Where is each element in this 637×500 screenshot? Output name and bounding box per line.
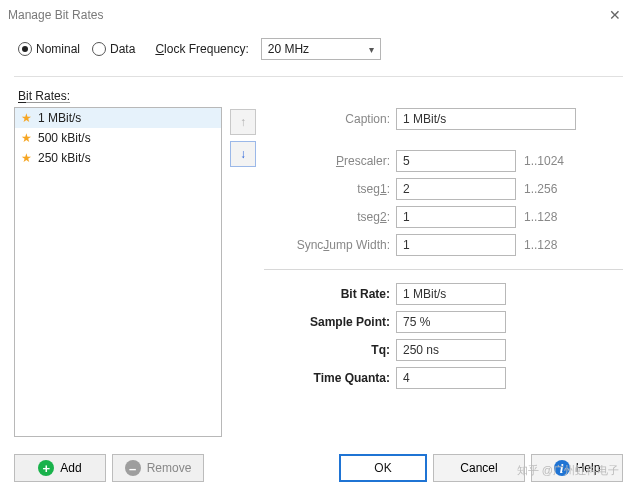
tq-label: Tq: <box>264 343 396 357</box>
radio-nominal-label: Nominal <box>36 42 80 56</box>
content-area: Bit Rates: ★ 1 MBit/s ★ 500 kBit/s ★ 250… <box>0 83 637 437</box>
radio-nominal[interactable]: Nominal <box>18 42 80 56</box>
prescaler-input[interactable] <box>396 150 516 172</box>
cancel-button-label: Cancel <box>460 461 497 475</box>
details-panel: Caption: Prescaler: 1..1024 tseg1: 1..25… <box>264 87 623 437</box>
timequanta-output <box>396 367 506 389</box>
titlebar: Manage Bit Rates ✕ <box>0 0 637 30</box>
row-bitrate: Bit Rate: <box>264 280 623 308</box>
close-icon[interactable]: ✕ <box>601 3 629 27</box>
add-button-label: Add <box>60 461 81 475</box>
window-title: Manage Bit Rates <box>8 8 601 22</box>
tq-output <box>396 339 506 361</box>
add-button[interactable]: + Add <box>14 454 106 482</box>
samplepoint-label: Sample Point: <box>264 315 396 329</box>
row-caption: Caption: <box>264 105 623 133</box>
sjw-range: 1..128 <box>524 238 584 252</box>
list-item[interactable]: ★ 1 MBit/s <box>15 108 221 128</box>
star-icon: ★ <box>21 152 32 164</box>
list-item[interactable]: ★ 250 kBit/s <box>15 148 221 168</box>
move-down-button[interactable]: ↓ <box>230 141 256 167</box>
list-item-label: 1 MBit/s <box>38 111 81 125</box>
prescaler-range: 1..1024 <box>524 154 584 168</box>
star-icon: ★ <box>21 132 32 144</box>
clock-freq-value: 20 MHz <box>268 42 309 56</box>
cancel-button[interactable]: Cancel <box>433 454 525 482</box>
radio-data-label: Data <box>110 42 135 56</box>
radio-data[interactable]: Data <box>92 42 135 56</box>
watermark: 知乎 @广州虹科电子 <box>517 463 619 478</box>
sjw-input[interactable] <box>396 234 516 256</box>
list-item-label: 500 kBit/s <box>38 131 91 145</box>
reorder-controls: ↑ ↓ <box>230 109 256 437</box>
caption-label: Caption: <box>264 112 396 126</box>
caption-input[interactable] <box>396 108 576 130</box>
move-up-button[interactable]: ↑ <box>230 109 256 135</box>
radio-dot-icon <box>92 42 106 56</box>
row-sjw: SyncJump Width: 1..128 <box>264 231 623 259</box>
bitrate-output <box>396 283 506 305</box>
clock-freq-combobox[interactable]: 20 MHz ▾ <box>261 38 381 60</box>
row-tseg2: tseg2: 1..128 <box>264 203 623 231</box>
tseg1-label: tseg1: <box>264 182 396 196</box>
bitrates-label: Bit Rates: <box>18 89 222 103</box>
list-item[interactable]: ★ 500 kBit/s <box>15 128 221 148</box>
minus-icon: – <box>125 460 141 476</box>
row-samplepoint: Sample Point: <box>264 308 623 336</box>
separator <box>14 76 623 77</box>
radio-dot-checked-icon <box>18 42 32 56</box>
remove-button-label: Remove <box>147 461 192 475</box>
remove-button[interactable]: – Remove <box>112 454 204 482</box>
separator-inner <box>264 269 623 270</box>
tseg2-input[interactable] <box>396 206 516 228</box>
bitrate-label: Bit Rate: <box>264 287 396 301</box>
samplepoint-output <box>396 311 506 333</box>
list-item-label: 250 kBit/s <box>38 151 91 165</box>
tseg1-range: 1..256 <box>524 182 584 196</box>
arrow-down-icon: ↓ <box>240 147 246 161</box>
row-tq: Tq: <box>264 336 623 364</box>
row-prescaler: Prescaler: 1..1024 <box>264 147 623 175</box>
prescaler-label: Prescaler: <box>264 154 396 168</box>
left-panel: Bit Rates: ★ 1 MBit/s ★ 500 kBit/s ★ 250… <box>14 87 222 437</box>
plus-icon: + <box>38 460 54 476</box>
tseg2-label: tseg2: <box>264 210 396 224</box>
arrow-up-icon: ↑ <box>240 115 246 129</box>
tseg1-input[interactable] <box>396 178 516 200</box>
ok-button[interactable]: OK <box>339 454 427 482</box>
bitrates-listbox[interactable]: ★ 1 MBit/s ★ 500 kBit/s ★ 250 kBit/s <box>14 107 222 437</box>
clock-freq-label: Clock Frequency: <box>155 42 248 56</box>
mode-row: Nominal Data Clock Frequency: 20 MHz ▾ <box>0 30 637 74</box>
timequanta-label: Time Quanta: <box>264 371 396 385</box>
sjw-label: SyncJump Width: <box>264 238 396 252</box>
row-timequanta: Time Quanta: <box>264 364 623 392</box>
ok-button-label: OK <box>374 461 391 475</box>
row-tseg1: tseg1: 1..256 <box>264 175 623 203</box>
star-icon: ★ <box>21 112 32 124</box>
chevron-down-icon: ▾ <box>369 44 374 55</box>
tseg2-range: 1..128 <box>524 210 584 224</box>
